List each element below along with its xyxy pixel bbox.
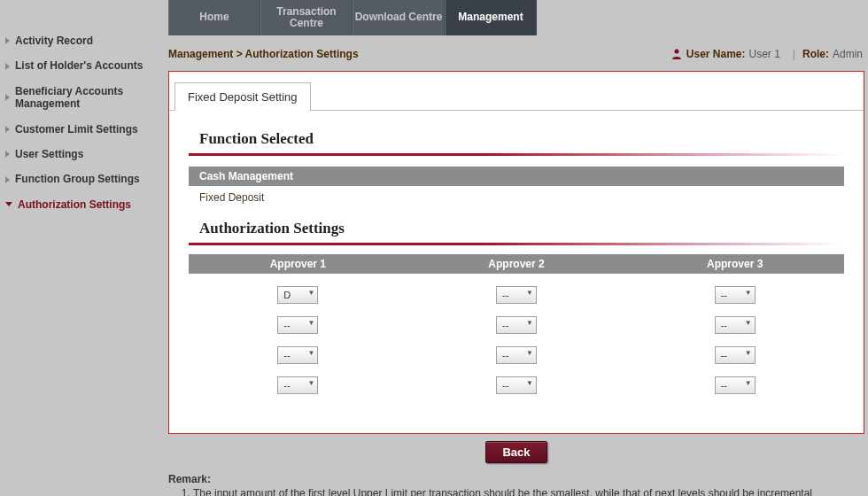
chevron-right-icon [5, 126, 10, 133]
user-role-value: Admin [833, 48, 863, 60]
divider [189, 153, 844, 156]
user-info: User Name: User 1 | Role: Admin [672, 48, 868, 60]
sidebar-item-activity[interactable]: Activity Record [5, 28, 163, 53]
chevron-right-icon [5, 151, 10, 158]
tab-transaction[interactable]: Transaction Centre [260, 0, 353, 35]
tab-download[interactable]: Download Centre [353, 0, 445, 35]
auth-row [189, 286, 844, 304]
tab-label: Download Centre [355, 12, 443, 23]
col-approver2: Approver 2 [407, 258, 626, 270]
chevron-right-icon [5, 94, 10, 101]
user-name-value: User 1 [749, 48, 780, 60]
select-input[interactable] [277, 346, 318, 364]
select-input[interactable] [715, 316, 756, 334]
approver1-select[interactable] [277, 376, 318, 394]
col-approver1: Approver 1 [189, 258, 407, 270]
remark: Remark: The input amount of the first le… [168, 473, 864, 496]
approver2-select[interactable] [496, 316, 537, 334]
approver2-select[interactable] [496, 376, 537, 394]
auth-table-header: Approver 1 Approver 2 Approver 3 [189, 254, 844, 274]
remark-label: Remark: [168, 473, 211, 485]
subtab-label: Fixed Deposit Setting [188, 90, 298, 104]
separator: | [793, 48, 795, 60]
select-input[interactable] [715, 286, 756, 304]
top-nav: Home Transaction Centre Download Centre … [168, 0, 537, 35]
sidebar-item-accounts[interactable]: List of Holder's Accounts [5, 53, 163, 78]
tab-management[interactable]: Management [445, 0, 537, 35]
svg-point-0 [674, 50, 678, 54]
approver2-select[interactable] [496, 286, 537, 304]
select-input[interactable] [277, 286, 318, 304]
sidebar-item-label: List of Holder's Accounts [15, 59, 143, 72]
approver3-select[interactable] [715, 376, 756, 394]
breadcrumb: Management > Authorization Settings [168, 48, 359, 60]
auth-section-title: Authorization Settings [199, 220, 844, 237]
sidebar-item-label: Authorization Settings [18, 198, 131, 211]
subtab-fixed-deposit[interactable]: Fixed Deposit Setting [174, 82, 311, 112]
chevron-down-icon [5, 202, 12, 206]
approver3-select[interactable] [715, 286, 756, 304]
sidebar-item-authorization[interactable]: Authorization Settings [5, 192, 163, 217]
chevron-right-icon [5, 63, 10, 70]
user-role-label: Role: [802, 48, 829, 60]
subtab-strip: Fixed Deposit Setting [169, 72, 864, 111]
approver2-select[interactable] [496, 346, 537, 364]
select-input[interactable] [277, 376, 318, 394]
tab-home[interactable]: Home [168, 0, 260, 35]
tab-label: Management [458, 12, 523, 23]
select-input[interactable] [496, 376, 537, 394]
sidebar-item-limits[interactable]: Customer Limit Settings [5, 117, 163, 142]
tab-label: Transaction Centre [261, 6, 352, 29]
sidebar-item-label: Function Group Settings [15, 173, 140, 185]
auth-row: OR [189, 376, 844, 394]
chevron-right-icon [5, 176, 10, 183]
chevron-right-icon [5, 37, 10, 44]
sidebar-item-functiongroup[interactable]: Function Group Settings [5, 167, 163, 191]
select-input[interactable] [715, 346, 756, 364]
auth-row: OR [189, 316, 844, 334]
breadcrumb-row: Management > Authorization Settings User… [168, 48, 868, 60]
approver3-select[interactable] [715, 346, 756, 364]
back-button-row: Back [168, 441, 864, 463]
user-name-label: User Name: [686, 48, 746, 60]
user-icon [672, 49, 681, 59]
select-input[interactable] [715, 376, 756, 394]
select-input[interactable] [496, 346, 537, 364]
function-sub: Fixed Deposit [199, 191, 844, 204]
sidebar-item-label: User Settings [15, 148, 83, 160]
divider [189, 243, 844, 245]
approver1-select[interactable] [277, 346, 318, 364]
back-button[interactable]: Back [485, 441, 546, 463]
back-label: Back [502, 446, 530, 459]
sidebar: Activity Record List of Holder's Account… [0, 28, 168, 217]
remark-item: The input amount of the first level Uppe… [193, 487, 864, 496]
approver1-select[interactable] [277, 286, 318, 304]
select-input[interactable] [496, 286, 537, 304]
tab-label: Home [199, 12, 229, 23]
sidebar-item-label: Beneficiary Accounts Management [15, 85, 163, 111]
sidebar-item-users[interactable]: User Settings [5, 142, 163, 167]
select-input[interactable] [496, 316, 537, 334]
approver1-select[interactable] [277, 316, 318, 334]
function-group-bar: Cash Management [189, 167, 844, 186]
approver3-select[interactable] [715, 316, 756, 334]
auth-table: Approver 1 Approver 2 Approver 3 OR [189, 254, 844, 394]
function-section-title: Function Selected [199, 130, 844, 148]
auth-row: OR [189, 346, 844, 364]
sidebar-item-label: Customer Limit Settings [15, 123, 138, 136]
main-panel: Fixed Deposit Setting Function Selected … [168, 71, 864, 434]
col-approver3: Approver 3 [625, 258, 844, 270]
sidebar-item-label: Activity Record [15, 35, 93, 47]
sidebar-item-beneficiary[interactable]: Beneficiary Accounts Management [5, 79, 163, 117]
select-input[interactable] [277, 316, 318, 334]
